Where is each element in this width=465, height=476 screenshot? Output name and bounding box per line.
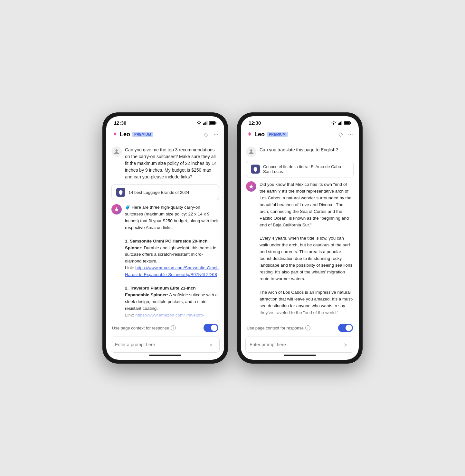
wifi-icon-2 bbox=[331, 121, 336, 125]
phone-2: 12:30 ✦ Leo PREMIUM ◇ ··· bbox=[237, 112, 363, 364]
ai-star-icon-2 bbox=[248, 184, 254, 189]
page-context-toggle-1[interactable] bbox=[204, 324, 218, 332]
leo-label-2: Leo bbox=[254, 131, 265, 138]
ai-message-text-2: Did you know that Mexico has its own "en… bbox=[260, 181, 354, 319]
svg-rect-10 bbox=[341, 121, 342, 125]
svg-rect-0 bbox=[203, 123, 204, 125]
more-icon-1[interactable]: ··· bbox=[214, 131, 218, 138]
leo-label-1: Leo bbox=[120, 131, 130, 138]
status-icons-1 bbox=[196, 121, 216, 125]
signal-icon bbox=[203, 121, 208, 125]
battery-icon bbox=[209, 121, 216, 125]
user-message-block-1: Can you give me the top 3 recommendation… bbox=[111, 147, 219, 180]
svg-rect-2 bbox=[205, 121, 206, 125]
ai-star-icon-1 bbox=[114, 206, 119, 212]
battery-icon-2 bbox=[344, 121, 351, 125]
header-right-1: ◇ ··· bbox=[204, 131, 218, 138]
signal-icon-2 bbox=[338, 121, 342, 125]
page-card-icon-2 bbox=[251, 165, 260, 174]
bottom-bar-1: Use page context for response i ➤ bbox=[106, 319, 224, 360]
context-label-2: Use page context for response i bbox=[247, 325, 310, 330]
ai-message-block-2: Did you know that Mexico has its own "en… bbox=[246, 181, 354, 319]
page-card-text-2: Conoce el fin de la tierra: El Arco de C… bbox=[263, 164, 349, 174]
svg-rect-13 bbox=[350, 122, 351, 124]
ai-message-text-1: 🧳 Here are three high-quality carry-on s… bbox=[125, 204, 219, 319]
svg-rect-3 bbox=[207, 121, 208, 125]
status-bar-2: 12:30 bbox=[241, 116, 359, 128]
brave-logo-icon-1 bbox=[118, 190, 123, 195]
page-card-2[interactable]: Conoce el fin de la tierra: El Arco de C… bbox=[246, 161, 354, 177]
context-label-1: Use page context for response i bbox=[112, 325, 176, 330]
more-icon-2[interactable]: ··· bbox=[348, 131, 353, 138]
prompt-input-2[interactable] bbox=[250, 342, 338, 347]
svg-rect-9 bbox=[340, 121, 341, 125]
diamond-icon-2[interactable]: ◇ bbox=[338, 131, 343, 138]
prompt-row-1: ➤ bbox=[111, 337, 220, 353]
page-card-icon-1 bbox=[116, 188, 125, 197]
wifi-icon bbox=[196, 121, 202, 125]
user-message-block-2: Can you translate this page to English? bbox=[246, 147, 354, 157]
user-avatar-1 bbox=[111, 147, 122, 157]
status-time-2: 12:30 bbox=[249, 120, 261, 126]
send-button-1[interactable]: ➤ bbox=[206, 340, 215, 349]
ai-avatar-2 bbox=[246, 181, 256, 192]
svg-rect-8 bbox=[339, 122, 340, 125]
status-bar-1: 12:30 bbox=[106, 116, 224, 128]
context-info-icon-2[interactable]: i bbox=[305, 325, 310, 330]
premium-badge-2: PREMIUM bbox=[267, 132, 288, 137]
context-row-1: Use page context for response i bbox=[111, 322, 220, 334]
amazon-link-2[interactable]: https://www.amazon.com/Travelpro-Platinu… bbox=[125, 313, 204, 319]
user-avatar-2 bbox=[246, 147, 256, 157]
context-row-2: Use page context for response i bbox=[245, 322, 354, 334]
page-card-1[interactable]: 14 best Luggage Brands of 2024 bbox=[111, 184, 219, 200]
app-header-2: ✦ Leo PREMIUM ◇ ··· bbox=[241, 128, 359, 142]
chat-area-1: Can you give me the top 3 recommendation… bbox=[106, 142, 224, 319]
user-message-text-1: Can you give me the top 3 recommendation… bbox=[125, 147, 219, 180]
bottom-bar-2: Use page context for response i ➤ bbox=[241, 319, 359, 360]
amazon-link-1[interactable]: https://www.amazon.com/Samsonite-Omni-Ha… bbox=[125, 265, 219, 277]
phones-container: 12:30 ✦ Leo PREMIUM ◇ ··· bbox=[102, 112, 363, 364]
home-bar-1 bbox=[149, 355, 181, 356]
brave-logo-icon-2 bbox=[253, 167, 258, 172]
user-person-icon-2 bbox=[248, 149, 254, 155]
ai-avatar-1 bbox=[111, 204, 122, 214]
send-button-2[interactable]: ➤ bbox=[341, 340, 350, 349]
user-message-text-2: Can you translate this page to English? bbox=[260, 147, 338, 153]
toggle-knob-2 bbox=[346, 325, 352, 331]
user-person-icon-1 bbox=[114, 149, 119, 155]
app-header-1: ✦ Leo PREMIUM ◇ ··· bbox=[106, 128, 224, 142]
premium-badge-1: PREMIUM bbox=[132, 132, 153, 137]
svg-rect-6 bbox=[216, 122, 216, 124]
home-bar-2 bbox=[284, 355, 316, 356]
phone-1: 12:30 ✦ Leo PREMIUM ◇ ··· bbox=[102, 112, 228, 364]
status-icons-2 bbox=[331, 121, 351, 125]
header-right-2: ◇ ··· bbox=[338, 131, 353, 138]
toggle-knob-1 bbox=[211, 325, 217, 331]
context-info-icon-1[interactable]: i bbox=[171, 325, 176, 330]
prompt-row-2: ➤ bbox=[245, 337, 354, 353]
leo-star-icon-1: ✦ bbox=[112, 130, 118, 138]
header-left-1: ✦ Leo PREMIUM bbox=[112, 130, 204, 138]
chat-area-2: Can you translate this page to English? … bbox=[241, 142, 359, 319]
page-card-text-1: 14 best Luggage Brands of 2024 bbox=[128, 190, 189, 195]
svg-rect-12 bbox=[344, 122, 350, 124]
prompt-input-1[interactable] bbox=[115, 342, 204, 347]
svg-rect-1 bbox=[204, 122, 205, 125]
diamond-icon-1[interactable]: ◇ bbox=[204, 131, 208, 138]
page-context-toggle-2[interactable] bbox=[338, 324, 353, 332]
svg-rect-5 bbox=[210, 122, 215, 124]
leo-star-icon-2: ✦ bbox=[247, 130, 252, 138]
svg-rect-7 bbox=[338, 123, 339, 125]
status-time-1: 12:30 bbox=[114, 120, 126, 126]
ai-message-block-1: 🧳 Here are three high-quality carry-on s… bbox=[111, 204, 219, 319]
header-left-2: ✦ Leo PREMIUM bbox=[247, 130, 338, 138]
